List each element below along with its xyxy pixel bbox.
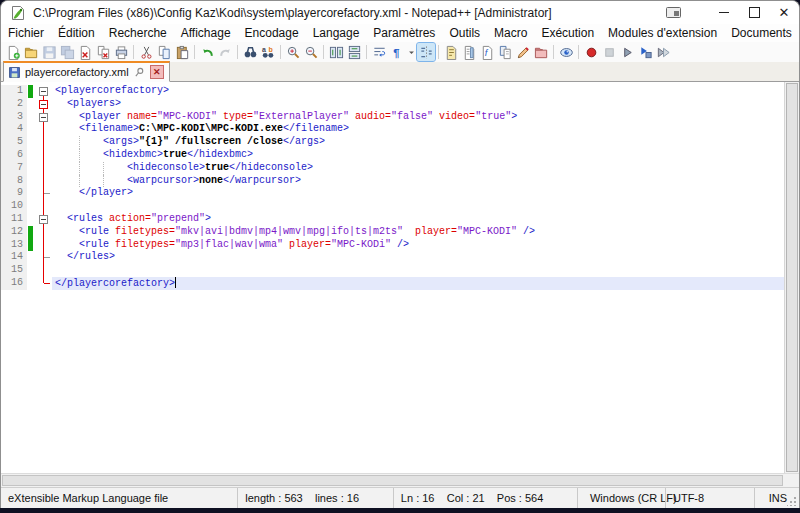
menu-item-edition[interactable]: Édition: [51, 24, 102, 42]
fold-collapse-box[interactable]: [39, 87, 48, 96]
folder-as-workspace-icon[interactable]: [532, 43, 550, 61]
vertical-scrollbar[interactable]: [784, 82, 799, 473]
code-line-content[interactable]: <rules action="prepend">: [52, 213, 784, 226]
zoom-in-icon[interactable]: [284, 43, 302, 61]
code-view[interactable]: 1<playercorefactory>2 <players>3 <player…: [1, 82, 784, 473]
tab-playercorefactory[interactable]: playercorefactory.xml ✕: [3, 61, 170, 82]
code-line-content[interactable]: <players>: [52, 98, 784, 111]
code-line-content[interactable]: </playercorefactory>: [52, 277, 784, 290]
menu-item-recherche[interactable]: Recherche: [102, 24, 174, 42]
new-file-icon[interactable]: [4, 43, 22, 61]
menu-item-langage[interactable]: Langage: [306, 24, 367, 42]
fold-margin[interactable]: [35, 136, 52, 149]
code-line-content[interactable]: <rule filetypes="mp3|flac|wav|wma" playe…: [52, 239, 784, 252]
code-line-13[interactable]: 13 <rule filetypes="mp3|flac|wav|wma" pl…: [1, 239, 784, 252]
fold-collapse-box[interactable]: [39, 100, 48, 109]
code-line-12[interactable]: 12 <rule filetypes="mkv|avi|bdmv|mp4|wmv…: [1, 226, 784, 239]
code-line-content[interactable]: <player name="MPC-KODI" type="ExternalPl…: [52, 111, 784, 124]
fold-margin[interactable]: [35, 239, 52, 252]
dropdown-caret-icon[interactable]: [406, 43, 417, 61]
window-overlay-icon[interactable]: [655, 1, 691, 24]
word-wrap-icon[interactable]: [370, 43, 388, 61]
code-line-14[interactable]: 14 </rules>: [1, 251, 784, 264]
fold-collapse-box[interactable]: [39, 215, 48, 224]
fold-margin[interactable]: [35, 98, 52, 111]
fold-margin[interactable]: [35, 111, 52, 124]
code-line-content[interactable]: </rules>: [52, 251, 784, 264]
menu-item-encodage[interactable]: Encodage: [238, 24, 306, 42]
code-line-content[interactable]: <playercorefactory>: [52, 85, 784, 98]
save-macro-icon[interactable]: [636, 43, 654, 61]
fold-margin[interactable]: [35, 264, 52, 277]
menu-item-execution[interactable]: Exécution: [534, 24, 601, 42]
menu-item-macro[interactable]: Macro: [487, 24, 534, 42]
show-all-characters-icon[interactable]: ¶: [388, 43, 406, 61]
pin-icon[interactable]: [133, 66, 146, 79]
fold-margin[interactable]: [35, 149, 52, 162]
paste-icon[interactable]: [173, 43, 191, 61]
document-map-icon[interactable]: [460, 43, 478, 61]
menu-item-affichage[interactable]: Affichage: [174, 24, 238, 42]
vertical-scrollbar-thumb[interactable]: [786, 83, 798, 472]
close-window-button[interactable]: ✕: [769, 1, 799, 24]
fold-margin[interactable]: [35, 251, 52, 264]
status-insert-mode[interactable]: INS: [754, 488, 799, 508]
code-line-content[interactable]: <hideconsole>true</hideconsole>: [52, 162, 784, 175]
redo-icon[interactable]: [216, 43, 234, 61]
menu-item-parametres[interactable]: Paramètres: [366, 24, 442, 42]
fold-margin[interactable]: [35, 200, 52, 213]
udl-dialog-icon[interactable]: [442, 43, 460, 61]
code-line-7[interactable]: 7 <hideconsole>true</hideconsole>: [1, 162, 784, 175]
fold-margin[interactable]: [35, 226, 52, 239]
code-line-6[interactable]: 6 <hidexbmc>true</hidexbmc>: [1, 149, 784, 162]
menu-item-fichier[interactable]: Fichier: [1, 24, 51, 42]
run-macro-multiple-icon[interactable]: [654, 43, 672, 61]
tab-close-icon[interactable]: ✕: [150, 65, 164, 79]
sync-vertical-icon[interactable]: [327, 43, 345, 61]
save-all-icon[interactable]: [58, 43, 76, 61]
copy-icon[interactable]: [155, 43, 173, 61]
fold-margin[interactable]: [35, 175, 52, 188]
code-line-content[interactable]: </player>: [52, 187, 784, 200]
fold-margin[interactable]: [35, 123, 52, 136]
code-line-2[interactable]: 2 <players>: [1, 98, 784, 111]
file-monitoring-icon[interactable]: [557, 43, 575, 61]
fold-margin[interactable]: [35, 162, 52, 175]
code-line-9[interactable]: 9 </player>: [1, 187, 784, 200]
find-icon[interactable]: [241, 43, 259, 61]
code-line-11[interactable]: 11 <rules action="prepend">: [1, 213, 784, 226]
code-line-16[interactable]: 16</playercorefactory>: [1, 277, 784, 290]
code-line-content[interactable]: [52, 200, 784, 213]
fold-margin[interactable]: [35, 85, 52, 98]
fold-margin[interactable]: [35, 277, 52, 290]
stop-macro-icon[interactable]: [600, 43, 618, 61]
indent-guide-icon[interactable]: [417, 43, 435, 61]
menu-item-documents[interactable]: Documents: [724, 24, 799, 42]
fold-margin[interactable]: [35, 187, 52, 200]
menu-item-outils[interactable]: Outils: [442, 24, 487, 42]
record-macro-icon[interactable]: [582, 43, 600, 61]
open-file-icon[interactable]: [22, 43, 40, 61]
code-line-1[interactable]: 1<playercorefactory>: [1, 85, 784, 98]
undo-icon[interactable]: [198, 43, 216, 61]
zoom-out-icon[interactable]: [302, 43, 320, 61]
menu-item-modules-extension[interactable]: Modules d'extension: [601, 24, 724, 42]
status-encoding[interactable]: UTF-8: [665, 488, 754, 508]
horizontal-scrollbar[interactable]: [1, 473, 799, 487]
document-switcher-icon[interactable]: [496, 43, 514, 61]
code-line-content[interactable]: <rule filetypes="mkv|avi|bdmv|mp4|wmv|mp…: [52, 226, 784, 239]
code-line-5[interactable]: 5 <args>"{1}" /fullscreen /close</args>: [1, 136, 784, 149]
status-eol-format[interactable]: Windows (CR LF): [577, 488, 665, 508]
function-list-icon[interactable]: f: [478, 43, 496, 61]
code-line-content[interactable]: <warpcursor>none</warpcursor>: [52, 175, 784, 188]
code-line-content[interactable]: <args>"{1}" /fullscreen /close</args>: [52, 136, 784, 149]
horizontal-scrollbar-thumb[interactable]: [2, 475, 783, 486]
close-file-icon[interactable]: [76, 43, 94, 61]
playback-macro-icon[interactable]: [618, 43, 636, 61]
code-line-10[interactable]: 10: [1, 200, 784, 213]
sync-horizontal-icon[interactable]: [345, 43, 363, 61]
minimize-button[interactable]: [709, 1, 739, 24]
fold-margin[interactable]: [35, 213, 52, 226]
title-bar[interactable]: C:\Program Files (x86)\Config Kaz\Kodi\s…: [1, 1, 799, 24]
resize-grip[interactable]: [787, 496, 797, 506]
